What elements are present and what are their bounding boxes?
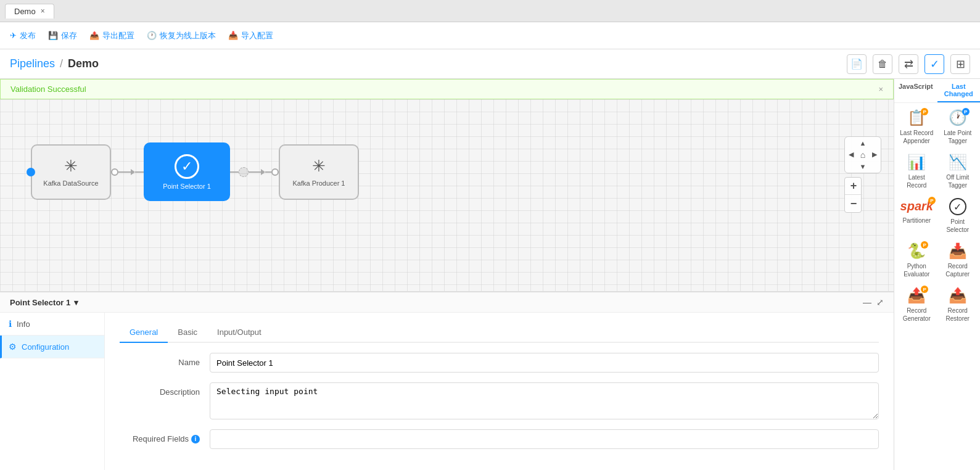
sidebar-items-grid: 📋 P Last RecordAppender 🕐 P Late PointTa…: [894, 103, 980, 329]
node-kafka-producer[interactable]: ✳ Kafka Producer 1: [279, 144, 359, 200]
validation-banner: Validation Successful ×: [0, 79, 894, 99]
publish-btn[interactable]: ✈ 发布: [10, 30, 36, 41]
off-limit-tagger-icon-wrapper: 📉: [949, 154, 967, 171]
grid-button[interactable]: ⊞: [950, 54, 970, 74]
breadcrumb: Pipelines / Demo: [10, 57, 99, 70]
zoom-in-btn[interactable]: +: [845, 178, 862, 195]
publish-label: 发布: [20, 30, 36, 41]
form-row-name: Name: [120, 353, 879, 373]
conn-line-2c: [265, 171, 271, 173]
export-label: 导出配置: [102, 30, 134, 41]
sidebar-item-latest-record[interactable]: 📊 LatestRecord: [897, 150, 937, 193]
nav-controls: ▲ ◀ ⌂ ▶ ▼ + −: [844, 136, 881, 213]
nav-left-btn[interactable]: ◀: [845, 149, 857, 160]
record-capturer-label: RecordCapturer: [945, 262, 970, 278]
save-btn[interactable]: 💾 保存: [48, 30, 77, 41]
panel-sidebar: ℹ Info ⚙ Configuration: [0, 313, 105, 470]
main-layout: Validation Successful × ✳ Kafka DataSour…: [0, 79, 980, 470]
sidebar-info-label: Info: [17, 320, 30, 329]
sidebar-item-record-restorer[interactable]: 📤 RecordRestorer: [938, 283, 978, 326]
nav-down-btn[interactable]: ▼: [857, 161, 868, 173]
bottom-panel-body: ℹ Info ⚙ Configuration General Basic Inp…: [0, 313, 894, 470]
latest-record-icon: 📊: [907, 154, 926, 170]
nav-home-btn[interactable]: ⌂: [857, 149, 868, 160]
description-input[interactable]: Selecting input point: [210, 382, 879, 419]
sidebar-item-python-evaluator[interactable]: 🐍 P PythonEvaluator: [897, 239, 937, 282]
sidebar-item-point-selector[interactable]: ✓ PointSelector: [938, 194, 978, 237]
publish-icon: ✈: [10, 31, 17, 40]
required-fields-info-icon[interactable]: i: [191, 435, 200, 443]
last-record-appender-icon-wrapper: 📋 P: [907, 109, 926, 126]
tab-demo[interactable]: Demo ×: [5, 4, 54, 19]
pipeline-canvas[interactable]: ✳ Kafka DataSource ✓: [0, 99, 894, 291]
node-box-kafka-datasource[interactable]: ✳ Kafka DataSource: [31, 144, 111, 200]
nav-up-btn[interactable]: ▲: [857, 137, 868, 149]
required-fields-label-wrapper: Required Fields i: [120, 434, 200, 443]
sidebar-item-info[interactable]: ℹ Info: [0, 313, 104, 336]
validate-icon: ✓: [930, 57, 939, 71]
port-in-point-selector: [27, 168, 35, 176]
panel-minimize-btn[interactable]: —: [863, 297, 871, 307]
record-restorer-label: RecordRestorer: [946, 307, 970, 323]
panel-title-text: Point Selector 1: [10, 298, 70, 307]
delete-icon: 🗑: [878, 59, 887, 70]
form-row-required-fields: Required Fields i: [120, 429, 879, 449]
node-box-kafka-producer[interactable]: ✳ Kafka Producer 1: [279, 144, 359, 200]
panel-maximize-btn[interactable]: ⤢: [876, 297, 884, 307]
required-fields-text: Required Fields: [133, 434, 189, 443]
validate-button[interactable]: ✓: [924, 54, 944, 74]
panel-title[interactable]: Point Selector 1 ▾: [10, 298, 78, 307]
pipeline-nodes-row: ✳ Kafka DataSource ✓: [31, 142, 359, 201]
sidebar-item-partitioner[interactable]: spark P Partitioner: [897, 194, 937, 237]
last-record-appender-label: Last RecordAppender: [900, 129, 933, 145]
sidebar-item-record-capturer[interactable]: 📥 RecordCapturer: [938, 239, 978, 282]
sidebar-item-configuration[interactable]: ⚙ Configuration: [0, 336, 104, 358]
kafka-datasource-label: Kafka DataSource: [43, 179, 98, 187]
sidebar-item-late-point-tagger[interactable]: 🕐 P Late PointTagger: [938, 105, 978, 149]
sidebar-item-last-record-appender[interactable]: 📋 P Last RecordAppender: [897, 105, 937, 149]
required-fields-input[interactable]: [210, 429, 879, 449]
last-record-appender-badge: P: [921, 108, 928, 115]
tab-close-btn[interactable]: ×: [41, 7, 45, 15]
form-container: Name Description Selecting input point: [120, 353, 879, 449]
nav-empty-4: [869, 161, 881, 173]
sidebar-item-record-generator[interactable]: 📤 P RecordGenerator: [897, 283, 937, 326]
panel-controls: — ⤢: [863, 297, 884, 307]
kafka-datasource-icon: ✳: [64, 157, 78, 176]
required-fields-label: Required Fields i: [120, 429, 200, 443]
restore-icon: 🕐: [147, 31, 157, 40]
grid-icon: ⊞: [956, 57, 965, 71]
name-input[interactable]: [210, 353, 879, 373]
tab-input-output[interactable]: Input/Output: [207, 323, 271, 343]
nav-empty-2: [869, 137, 881, 149]
shuffle-button[interactable]: ⇄: [899, 54, 918, 74]
sidebar-item-off-limit-tagger[interactable]: 📉 Off LimitTagger: [938, 150, 978, 193]
point-selector-circle: ✓: [949, 198, 966, 215]
nav-pad[interactable]: ▲ ◀ ⌂ ▶ ▼: [844, 136, 881, 173]
export-btn[interactable]: 📤 导出配置: [89, 30, 134, 41]
latest-record-label: LatestRecord: [907, 173, 926, 189]
import-label: 导入配置: [241, 30, 273, 41]
doc-button[interactable]: 📄: [847, 54, 867, 74]
canvas-area: Validation Successful × ✳ Kafka DataSour…: [0, 79, 894, 470]
nav-right-btn[interactable]: ▶: [869, 149, 881, 160]
page-header: Pipelines / Demo 📄 🗑 ⇄ ✓ ⊞: [0, 49, 980, 79]
import-btn[interactable]: 📥 导入配置: [228, 30, 273, 41]
node-kafka-datasource[interactable]: ✳ Kafka DataSource: [31, 144, 111, 200]
bottom-panel-header: Point Selector 1 ▾ — ⤢: [0, 292, 894, 313]
breadcrumb-root[interactable]: Pipelines: [10, 57, 55, 70]
banner-close-btn[interactable]: ×: [878, 85, 883, 94]
tab-general[interactable]: General: [120, 323, 168, 343]
connector-1: [111, 168, 144, 176]
config-icon: ⚙: [9, 342, 17, 352]
panel-main: General Basic Input/Output Name De: [105, 313, 894, 470]
tab-basic[interactable]: Basic: [168, 323, 207, 343]
zoom-out-btn[interactable]: −: [845, 195, 862, 212]
delete-button[interactable]: 🗑: [873, 54, 892, 74]
breadcrumb-separator: /: [60, 57, 63, 70]
point-selector-node-label: Point Selector 1: [163, 183, 211, 190]
arrow-1: [131, 169, 135, 175]
node-point-selector[interactable]: ✓ Point Selector 1: [144, 142, 230, 201]
node-box-point-selector[interactable]: ✓ Point Selector 1: [144, 142, 230, 201]
restore-btn[interactable]: 🕐 恢复为线上版本: [147, 30, 216, 41]
